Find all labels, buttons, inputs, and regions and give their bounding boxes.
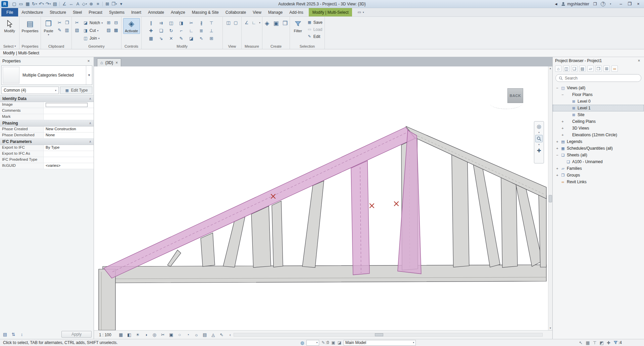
- text-note-icon[interactable]: A: [75, 1, 81, 7]
- beam-joins-icon[interactable]: ⊟: [113, 19, 119, 26]
- notch-dropdown[interactable]: ◪Notch▾: [82, 19, 104, 26]
- truss-top-chord-right[interactable]: [406, 126, 546, 199]
- load-selection-button[interactable]: ▭Load: [306, 26, 323, 33]
- trim-single-icon[interactable]: ∟: [188, 28, 195, 34]
- maximize-button[interactable]: ❐: [625, 0, 634, 8]
- trim-multiple-icon[interactable]: ≣: [198, 28, 205, 34]
- scale-icon[interactable]: ⇘: [158, 35, 164, 42]
- properties-filter-dropdown[interactable]: Common (4)▾: [1, 87, 59, 94]
- view-cube[interactable]: BACK: [490, 86, 540, 110]
- image-value-field[interactable]: [46, 103, 88, 107]
- exclude-options-icon[interactable]: ◪: [338, 341, 341, 345]
- tree-expander[interactable]: −: [555, 153, 559, 157]
- truss-web-member[interactable]: [452, 155, 469, 267]
- mirror-draw-axis-icon[interactable]: ◨: [178, 20, 185, 26]
- customize-qat-icon[interactable]: ▾: [118, 1, 124, 7]
- open-file-icon[interactable]: ▭: [18, 1, 24, 7]
- unpin-icon[interactable]: ⊥: [208, 28, 215, 34]
- switch-windows-icon[interactable]: ❐▾: [111, 1, 117, 7]
- tree-expander[interactable]: +: [561, 133, 564, 137]
- highlight-displacement-icon[interactable]: ⇖: [218, 332, 226, 338]
- join-elements-icon[interactable]: ⊞: [208, 35, 215, 42]
- tree-item-3d-views[interactable]: +3D Views: [553, 125, 644, 132]
- type-selector[interactable]: Multiple Categories Selected ▼: [1, 65, 92, 85]
- unlocked-3d-view-icon[interactable]: ○: [176, 332, 184, 338]
- trim-corner-icon[interactable]: ⌐: [178, 28, 185, 34]
- show-analytical-model-icon[interactable]: ◬: [209, 332, 217, 338]
- horizontal-scrollbar[interactable]: [234, 333, 543, 337]
- group-header-identity-data[interactable]: Identity Data∧: [0, 96, 94, 102]
- default-3d-view-dropdown-icon[interactable]: ▾: [86, 3, 87, 5]
- model-3d-view[interactable]: [94, 66, 548, 330]
- help-icon[interactable]: ?: [601, 2, 605, 6]
- navigation-wheel-dropdown-icon[interactable]: ▾: [538, 131, 540, 134]
- truss-web-member[interactable]: [167, 250, 181, 266]
- match-properties-icon[interactable]: ✎: [178, 35, 185, 42]
- tree-item-level-0[interactable]: ⊞Level 0: [553, 98, 644, 105]
- redo-dropdown-icon[interactable]: ▾: [50, 3, 51, 5]
- hide-elements-icon[interactable]: ▢: [233, 19, 239, 26]
- new-file-icon[interactable]: ▢: [11, 1, 17, 7]
- tree-item-groups[interactable]: +❒Groups: [553, 172, 644, 179]
- tree-item-sheets-all[interactable]: −❏Sheets (all): [553, 152, 644, 158]
- selection-filter-count[interactable]: :4: [613, 340, 622, 345]
- export-to-ifc-as-value[interactable]: [44, 151, 94, 157]
- truss-web-member[interactable]: [501, 176, 517, 267]
- qat-collapse-icon[interactable]: ◀: [555, 2, 557, 6]
- tree-item-site[interactable]: ⊞Site: [553, 111, 644, 118]
- join-dropdown[interactable]: ◫Join▾: [82, 35, 104, 42]
- section-icon[interactable]: ⊗: [88, 1, 94, 7]
- scroll-left-icon[interactable]: ‹: [230, 333, 231, 337]
- properties-palette-button[interactable]: ▤ Properties: [22, 18, 39, 34]
- browser-groups-icon[interactable]: ❒: [595, 65, 602, 72]
- tree-item-ceiling-plans[interactable]: +Ceiling Plans: [553, 118, 644, 125]
- zoom-icon[interactable]: [535, 135, 543, 142]
- copy-icon[interactable]: ❏: [158, 28, 164, 34]
- paste-options-icon[interactable]: ▥: [64, 27, 70, 33]
- tree-expander[interactable]: −: [561, 93, 564, 97]
- temporary-hide-isolate-icon[interactable]: ◔: [184, 332, 192, 338]
- tree-item-floor-plans[interactable]: −Floor Plans: [553, 91, 644, 98]
- browser-dock-icon[interactable]: ⌂: [555, 65, 561, 72]
- tree-expander[interactable]: +: [561, 119, 564, 123]
- redo-icon[interactable]: ↷▾: [45, 1, 51, 7]
- shadows-icon[interactable]: ◑: [142, 332, 150, 338]
- demolish-icon[interactable]: ▩: [113, 27, 119, 33]
- truss-web-member[interactable]: [251, 206, 271, 267]
- comments-value[interactable]: [44, 108, 94, 114]
- collapse-group-icon[interactable]: ∧: [89, 140, 91, 143]
- phase-demolished-value[interactable]: None: [44, 133, 94, 138]
- account-menu[interactable]: mgshlachter: [561, 2, 589, 6]
- tree-item-a100-unnamed[interactable]: ❏A100 - Unnamed: [553, 158, 644, 165]
- apply-button[interactable]: Apply: [61, 331, 92, 338]
- selected-truss-diagonal[interactable]: [398, 130, 421, 274]
- reveal-hidden-elements-icon[interactable]: ☼: [193, 332, 200, 338]
- pan-icon[interactable]: ✚: [535, 147, 543, 154]
- sync-with-central-icon[interactable]: ↻▾: [31, 1, 38, 7]
- mirror-pick-axis-icon[interactable]: ◫: [168, 20, 175, 26]
- copy-clipboard-icon[interactable]: ❐: [64, 19, 70, 26]
- design-options-icon[interactable]: ▣: [331, 341, 335, 345]
- pin-icon[interactable]: ⊤: [208, 20, 215, 26]
- tree-item-elevations-12mm-circle[interactable]: +Elevations (12mm Circle): [553, 132, 644, 138]
- offset-icon[interactable]: ⇉: [158, 20, 164, 26]
- paste-button[interactable]: ❐ Paste ▾: [42, 18, 55, 37]
- visual-style-icon[interactable]: ◧: [126, 332, 133, 338]
- aligned-dimension-icon[interactable]: ↔: [68, 1, 74, 7]
- paste-dropdown-icon[interactable]: ▾: [48, 33, 49, 36]
- detail-level-icon[interactable]: ▦: [117, 332, 125, 338]
- temporary-view-properties-icon[interactable]: ▤: [201, 332, 209, 338]
- panel-label-select[interactable]: Select▾: [0, 43, 19, 49]
- browser-sheets-icon[interactable]: ❏: [571, 65, 578, 72]
- browser-views-icon[interactable]: ◫: [563, 65, 569, 72]
- switch-windows-dropdown-icon[interactable]: ▾: [116, 3, 117, 5]
- ribbon-tab-systems[interactable]: Systems: [106, 8, 128, 16]
- full-navigation-wheel-icon[interactable]: ◎: [535, 123, 543, 130]
- file-tab[interactable]: File: [1, 8, 18, 16]
- split-element-icon[interactable]: ✂: [188, 20, 195, 26]
- wall-joins-icon[interactable]: ⊞: [105, 19, 112, 26]
- measure-icon[interactable]: ∠: [61, 1, 67, 7]
- worksharing-icon[interactable]: ◍: [300, 341, 304, 345]
- truss-web-member[interactable]: [302, 181, 324, 267]
- paint-icon[interactable]: ▨: [105, 27, 112, 33]
